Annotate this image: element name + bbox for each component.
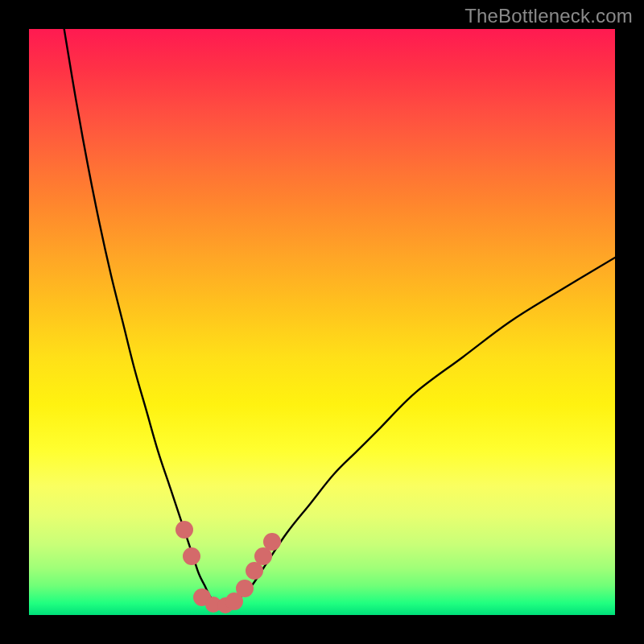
curve-marker	[263, 533, 281, 551]
watermark-text: TheBottleneck.com	[464, 5, 633, 27]
bottleneck-curve	[64, 29, 615, 606]
plot-area	[29, 29, 615, 615]
curve-svg	[29, 29, 615, 615]
curve-marker	[236, 580, 254, 597]
chart-container: TheBottleneck.com	[0, 0, 644, 644]
curve-marker	[175, 521, 193, 539]
curve-marker	[183, 547, 200, 565]
